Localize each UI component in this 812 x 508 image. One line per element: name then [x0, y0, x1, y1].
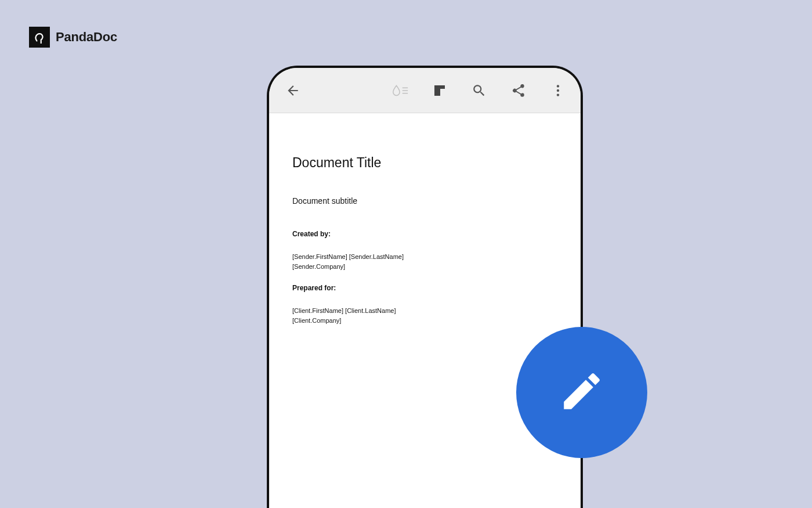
ink-drop-icon[interactable]	[392, 82, 409, 99]
prepared-for-block: Prepared for: [Client.FirstName] [Client…	[292, 284, 557, 325]
document-subtitle: Document subtitle	[292, 196, 557, 206]
layout-icon[interactable]	[431, 82, 448, 99]
sender-name: [Sender.FirstName] [Sender.LastName]	[292, 252, 557, 262]
sender-company: [Sender.Company]	[292, 262, 557, 272]
document-body: Document Title Document subtitle Created…	[269, 113, 581, 361]
svg-point-5	[557, 85, 559, 87]
svg-point-6	[557, 89, 559, 91]
svg-point-7	[557, 93, 559, 96]
edit-fab-button[interactable]	[516, 327, 647, 458]
brand-mark-icon	[29, 27, 50, 48]
client-company: [Client.Company]	[292, 316, 557, 326]
pencil-icon	[558, 368, 606, 417]
share-icon[interactable]	[510, 82, 527, 99]
document-title: Document Title	[292, 155, 557, 171]
brand-logo: PandaDoc	[29, 27, 117, 48]
created-by-block: Created by: [Sender.FirstName] [Sender.L…	[292, 230, 557, 271]
search-icon[interactable]	[470, 82, 488, 99]
toolbar-actions	[392, 82, 567, 99]
more-vertical-icon[interactable]	[549, 82, 567, 99]
toolbar	[269, 68, 581, 113]
created-by-label: Created by:	[292, 230, 557, 238]
prepared-for-label: Prepared for:	[292, 284, 557, 292]
phone-frame: Document Title Document subtitle Created…	[267, 66, 583, 508]
svg-rect-4	[440, 89, 445, 96]
back-arrow-icon[interactable]	[284, 82, 302, 99]
brand-name: PandaDoc	[56, 30, 117, 45]
client-name: [Client.FirstName] [Client.LastName]	[292, 306, 557, 316]
